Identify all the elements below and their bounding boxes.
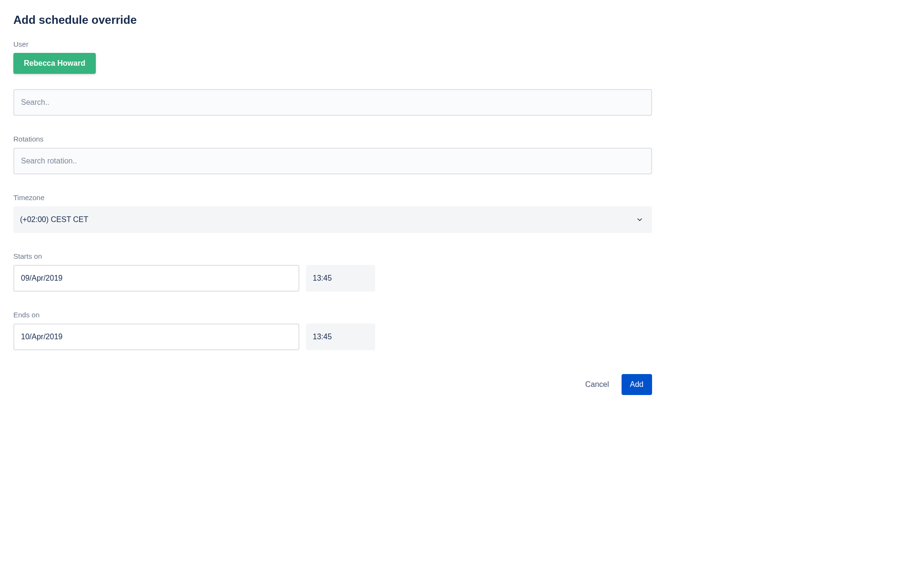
timezone-selected-value: (+02:00) CEST CET — [20, 215, 88, 224]
user-label: User — [13, 40, 652, 48]
timezone-select[interactable]: (+02:00) CEST CET — [13, 206, 652, 233]
end-date-input[interactable] — [13, 324, 299, 350]
page-title: Add schedule override — [13, 13, 652, 27]
add-schedule-override-modal: Add schedule override User Rebecca Howar… — [13, 13, 652, 395]
selected-user-chip[interactable]: Rebecca Howard — [13, 53, 96, 74]
selected-user-name: Rebecca Howard — [24, 59, 85, 68]
end-time-select[interactable]: 13:45 — [306, 324, 375, 350]
start-date-input[interactable] — [13, 265, 299, 292]
user-search-input[interactable] — [13, 89, 652, 116]
rotations-label: Rotations — [13, 135, 652, 143]
rotations-search-input[interactable] — [13, 148, 652, 174]
end-time-value: 13:45 — [313, 333, 332, 341]
start-time-value: 13:45 — [313, 274, 332, 283]
start-time-select[interactable]: 13:45 — [306, 265, 375, 292]
starts-on-label: Starts on — [13, 252, 652, 260]
modal-footer: Cancel Add — [13, 374, 652, 395]
timezone-label: Timezone — [13, 193, 652, 202]
add-button[interactable]: Add — [622, 374, 652, 395]
ends-on-label: Ends on — [13, 311, 652, 319]
cancel-button[interactable]: Cancel — [577, 374, 618, 395]
